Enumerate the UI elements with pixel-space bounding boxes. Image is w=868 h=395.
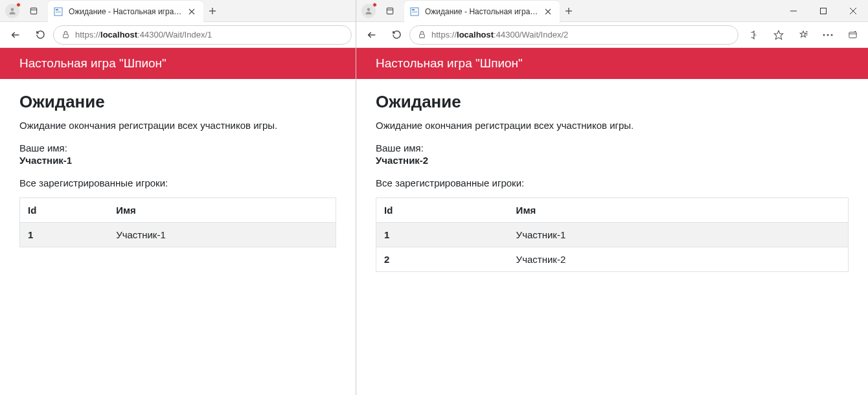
svg-point-39 xyxy=(827,34,829,36)
cell-id: 1 xyxy=(376,223,508,247)
app-header-bar: Настольная игра "Шпион" xyxy=(356,48,868,79)
new-tab-button[interactable] xyxy=(560,2,578,20)
players-tbody: 1Участник-12Участник-2 xyxy=(376,223,849,272)
table-row: 1Участник-1 xyxy=(20,223,336,247)
tab-actions-button[interactable] xyxy=(25,2,43,20)
favorites-bar-button[interactable] xyxy=(792,25,815,45)
players-table: Id Имя 1Участник-1 xyxy=(19,198,336,247)
svg-point-0 xyxy=(11,8,14,11)
page-subtext: Ожидание окончания регистрации всех учас… xyxy=(19,120,336,131)
settings-menu-button[interactable] xyxy=(816,25,839,45)
url-text: https://localhost:44300/Wait/Index/1 xyxy=(75,30,212,40)
your-name-value: Участник-2 xyxy=(376,155,849,166)
page-heading: Ожидание xyxy=(376,92,849,112)
url-host: localhost xyxy=(100,30,137,40)
cell-name: Участник-1 xyxy=(508,223,849,247)
svg-point-14 xyxy=(367,8,371,11)
svg-rect-27 xyxy=(821,8,827,14)
page-favicon-icon xyxy=(409,6,420,17)
svg-rect-41 xyxy=(849,32,856,38)
col-id: Id xyxy=(20,198,109,223)
url-prefix: https:// xyxy=(75,30,100,40)
url-prefix: https:// xyxy=(431,30,457,40)
col-id: Id xyxy=(376,198,508,223)
favorite-button[interactable] xyxy=(767,25,790,45)
url-host: localhost xyxy=(457,30,494,40)
svg-text:あ: あ xyxy=(753,32,757,36)
read-aloud-button[interactable]: あ xyxy=(742,25,766,45)
browser-toolbar: https://localhost:44300/Wait/Index/1 xyxy=(0,22,356,48)
players-label: Все зарегистрированные игроки: xyxy=(19,177,336,188)
window-minimize-button[interactable] xyxy=(779,0,808,22)
browser-window-2: Ожидание - Настольная игра "Ш xyxy=(356,0,868,395)
your-name-label: Ваше имя: xyxy=(19,142,336,153)
address-bar[interactable]: https://localhost:44300/Wait/Index/2 xyxy=(409,25,738,45)
svg-point-40 xyxy=(831,34,833,36)
players-tbody: 1Участник-1 xyxy=(20,223,336,247)
svg-rect-1 xyxy=(30,8,36,14)
svg-point-38 xyxy=(823,34,825,36)
your-name-value: Участник-1 xyxy=(19,155,336,166)
players-table: Id Имя 1Участник-12Участник-2 xyxy=(376,198,849,272)
page-content: Настольная игра "Шпион" Ожидание Ожидани… xyxy=(0,48,356,395)
tab-title: Ожидание - Настольная игра "Ш xyxy=(69,7,182,16)
browser-tab[interactable]: Ожидание - Настольная игра "Ш xyxy=(404,1,560,23)
tab-close-button[interactable] xyxy=(187,6,197,17)
svg-rect-13 xyxy=(63,34,69,38)
svg-rect-7 xyxy=(56,12,61,13)
lock-icon xyxy=(418,30,426,39)
cell-id: 1 xyxy=(20,223,109,247)
svg-rect-15 xyxy=(387,8,393,14)
notification-dot-icon xyxy=(16,3,21,7)
cell-name: Участник-1 xyxy=(108,223,336,247)
titlebar: Ожидание - Настольная игра "Ш xyxy=(356,0,868,22)
page-favicon-icon xyxy=(53,6,63,17)
cell-name: Участник-2 xyxy=(508,247,849,272)
svg-rect-21 xyxy=(412,12,417,13)
app-title[interactable]: Настольная игра "Шпион" xyxy=(376,56,523,71)
page-content: Настольная игра "Шпион" Ожидание Ожидани… xyxy=(356,48,868,395)
page-heading: Ожидание xyxy=(19,92,336,112)
window-maximize-button[interactable] xyxy=(808,0,838,22)
tab-actions-button[interactable] xyxy=(381,2,399,20)
refresh-button[interactable] xyxy=(385,25,408,45)
svg-marker-34 xyxy=(800,31,806,37)
app-title[interactable]: Настольная игра "Шпион" xyxy=(19,56,166,71)
players-label: Все зарегистрированные игроки: xyxy=(376,177,849,188)
svg-rect-5 xyxy=(56,9,58,10)
your-name-label: Ваше имя: xyxy=(376,142,849,153)
profile-avatar[interactable] xyxy=(5,4,19,18)
refresh-button[interactable] xyxy=(29,25,52,45)
url-path: :44300/Wait/Index/2 xyxy=(494,30,568,40)
table-row: 2Участник-2 xyxy=(376,247,849,272)
browser-window-1: Ожидание - Настольная игра "Ш https://lo… xyxy=(0,0,356,395)
svg-rect-6 xyxy=(56,11,61,12)
tab-close-button[interactable] xyxy=(543,6,553,17)
lock-icon xyxy=(62,30,70,39)
collections-button[interactable] xyxy=(841,25,864,45)
window-close-button[interactable] xyxy=(838,0,868,22)
url-text: https://localhost:44300/Wait/Index/2 xyxy=(431,30,568,40)
browser-tab[interactable]: Ожидание - Настольная игра "Ш xyxy=(48,1,203,23)
cell-id: 2 xyxy=(376,247,508,272)
titlebar: Ожидание - Настольная игра "Ш xyxy=(0,0,356,22)
table-row: 1Участник-1 xyxy=(376,223,849,247)
svg-marker-33 xyxy=(774,30,782,39)
page-subtext: Ожидание окончания регистрации всех учас… xyxy=(376,120,849,131)
svg-rect-31 xyxy=(420,34,425,38)
notification-dot-icon xyxy=(372,3,377,7)
col-name: Имя xyxy=(108,198,336,223)
svg-rect-20 xyxy=(412,11,417,12)
new-tab-button[interactable] xyxy=(203,2,222,20)
tab-title: Ожидание - Настольная игра "Ш xyxy=(425,7,538,16)
url-path: :44300/Wait/Index/1 xyxy=(137,30,212,40)
col-name: Имя xyxy=(508,198,849,223)
profile-avatar[interactable] xyxy=(361,4,376,18)
app-header-bar: Настольная игра "Шпион" xyxy=(0,48,356,79)
back-button[interactable] xyxy=(4,25,27,45)
address-bar[interactable]: https://localhost:44300/Wait/Index/1 xyxy=(53,25,352,45)
browser-toolbar: https://localhost:44300/Wait/Index/2 あ xyxy=(356,22,868,48)
back-button[interactable] xyxy=(360,25,383,45)
svg-rect-19 xyxy=(412,9,415,10)
